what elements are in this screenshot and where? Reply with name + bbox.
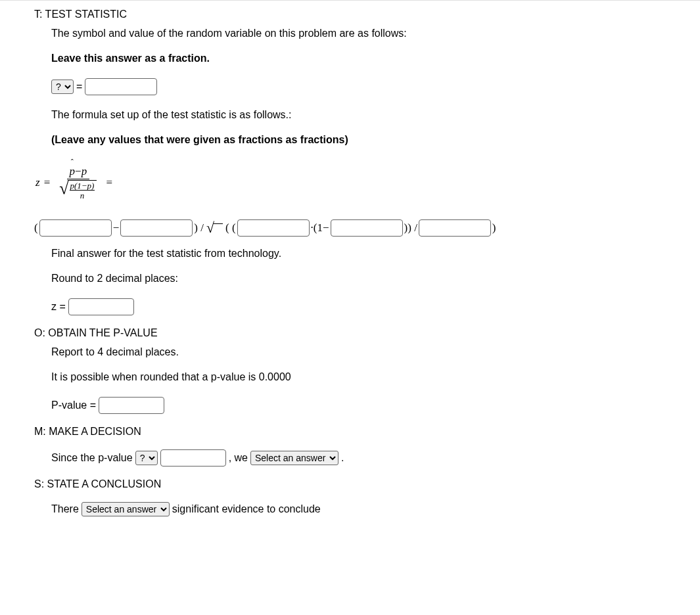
conclusion-rest: significant evidence to conclude [172, 503, 321, 515]
close2-div: )) / [404, 221, 417, 235]
section-m-title: M: MAKE A DECISION [34, 426, 666, 438]
n-symbol: n [80, 191, 85, 200]
pvalue-input[interactable] [99, 397, 164, 414]
t-line6: Round to 2 decimal places: [51, 271, 666, 286]
t-line5: Final answer for the test statistic from… [51, 246, 666, 262]
p-hat: ˆp [70, 165, 76, 178]
t-line1: The symbol and value of the random varia… [51, 26, 666, 41]
decision-select[interactable]: Select an answer [250, 451, 338, 465]
rv-input-row: ? = [51, 78, 666, 95]
p-1mp: p(1−p) [70, 181, 95, 191]
z-eq-label: z = [51, 301, 66, 313]
there-label: There [51, 503, 79, 515]
m-period: . [341, 452, 344, 464]
close-paren-final: ) [492, 221, 496, 235]
p-input[interactable] [120, 219, 193, 237]
eq1: = [44, 176, 51, 189]
we-label: , we [229, 452, 248, 464]
equals-sign: = [76, 81, 82, 93]
sqrt-inline-icon: √ [206, 219, 223, 237]
p2-input[interactable] [237, 219, 310, 237]
t-line3: The formula set up of the test statistic… [51, 107, 666, 123]
section-s-title: S: STATE A CONCLUSION [34, 478, 666, 490]
section-o-title: O: OBTAIN THE P-VALUE [34, 327, 666, 339]
p3-input[interactable] [331, 219, 403, 237]
compare-select[interactable]: ? [135, 451, 158, 465]
close-div: ) / [194, 221, 204, 235]
eq2: = [106, 176, 112, 189]
n-input[interactable] [419, 219, 491, 237]
o-line1: Report to 4 decimal places. [51, 344, 666, 360]
problem-container: T: TEST STATISTIC The symbol and value o… [0, 0, 700, 535]
t-line4: (Leave any values that were given as fra… [51, 132, 666, 148]
pvalue-label: P-value = [51, 399, 96, 411]
decision-row: Since the p-value ? , we Select an answe… [51, 449, 666, 467]
open-paren: ( [34, 221, 38, 235]
section-t-title: T: TEST STATISTIC [34, 9, 666, 20]
minus-op: − [113, 221, 120, 235]
pvalue-row: P-value = [51, 397, 666, 414]
open-paren2: ( ( [225, 221, 236, 235]
since-label: Since the p-value [51, 452, 133, 464]
alpha-input[interactable] [160, 449, 226, 467]
z-final-input[interactable] [68, 298, 134, 315]
calc-row: ( − ) / √ ( ( ·(1− )) / ) [34, 219, 666, 237]
t-line2: Leave this answer as a fraction. [51, 51, 666, 66]
conclusion-select[interactable]: Select an answer [82, 502, 170, 516]
z-formula: z = ˆp − p √ p(1−p) n = [35, 165, 666, 200]
rv-value-input[interactable] [85, 78, 157, 95]
conclusion-row: There Select an answer significant evide… [51, 502, 666, 516]
z-symbol: z [35, 176, 40, 189]
p-symbol: p [82, 165, 87, 178]
phat-input[interactable] [39, 219, 112, 237]
o-line2: It is possible when rounded that a p-val… [51, 369, 666, 385]
dot-1minus: ·(1− [311, 221, 329, 235]
z-final-row: z = [51, 298, 666, 315]
rv-symbol-select[interactable]: ? [51, 80, 74, 94]
